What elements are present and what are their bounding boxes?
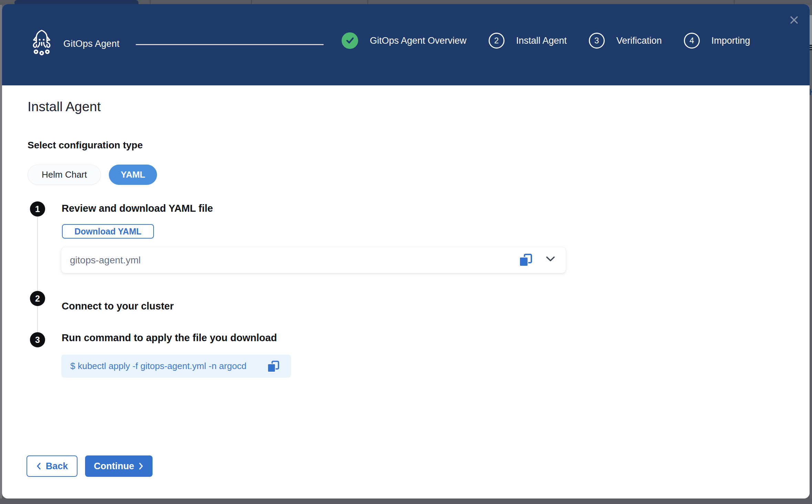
wizard-steps: GitOps Agent Overview 2 Install Agent 3 … [342, 32, 750, 49]
step-number-badge: 3 [589, 33, 605, 49]
step-1-title: Review and download YAML file [62, 203, 213, 214]
close-icon[interactable] [788, 14, 800, 26]
chevron-left-icon [36, 462, 41, 470]
gitops-agent-logo-icon [31, 28, 52, 59]
wizard-title: GitOps Agent [63, 39, 119, 49]
step-install-agent[interactable]: 2 Install Agent [489, 33, 567, 49]
screen: K GitOps Agent [0, 0, 812, 504]
yaml-file-name: gitops-agent.yml [70, 255, 140, 266]
gitops-agent-wizard-modal: GitOps Agent GitOps Agent Overview 2 Ins… [2, 4, 810, 498]
step-1-badge: 1 [30, 201, 45, 217]
step-2-badge: 2 [30, 291, 45, 306]
config-type-toggle: Helm Chart YAML [28, 165, 157, 185]
step-number-badge: 2 [489, 33, 504, 49]
step-label: Install Agent [516, 35, 567, 46]
yaml-pill[interactable]: YAML [109, 165, 157, 185]
step-2-title: Connect to your cluster [62, 301, 174, 312]
step-importing[interactable]: 4 Importing [684, 33, 750, 49]
config-type-label: Select configuration type [28, 140, 143, 151]
step-gitops-agent-overview[interactable]: GitOps Agent Overview [342, 32, 467, 49]
download-yaml-button[interactable]: Download YAML [62, 224, 154, 239]
helm-chart-pill[interactable]: Helm Chart [28, 165, 101, 185]
continue-button-label: Continue [94, 461, 134, 472]
step-3-title: Run command to apply the file you downlo… [62, 332, 277, 344]
yaml-file-expander[interactable]: gitops-agent.yml [61, 247, 566, 273]
tab-divider [150, 0, 150, 4]
step-label: Importing [711, 35, 750, 46]
kubectl-command-text: $ kubectl apply -f gitops-agent.yml -n a… [70, 361, 247, 371]
stepper-connector-line [37, 214, 38, 344]
continue-button[interactable]: Continue [85, 455, 153, 477]
header-divider [136, 44, 324, 45]
kubectl-command-box: $ kubectl apply -f gitops-agent.yml -n a… [61, 355, 291, 378]
copy-icon[interactable] [267, 361, 279, 374]
chevron-down-icon[interactable] [546, 256, 555, 262]
tab-divider [367, 0, 368, 4]
chevron-right-icon [139, 462, 144, 470]
step-number-badge: 4 [684, 33, 700, 49]
wizard-header: GitOps Agent GitOps Agent Overview 2 Ins… [2, 4, 810, 85]
step-label: GitOps Agent Overview [370, 35, 467, 46]
step-label: Verification [616, 35, 662, 46]
check-circle-icon [342, 32, 358, 49]
copy-icon[interactable] [519, 254, 532, 268]
back-button-label: Back [46, 461, 68, 472]
hamburger-menu-icon [810, 44, 812, 53]
step-verification[interactable]: 3 Verification [589, 33, 662, 49]
tab-divider [251, 0, 252, 4]
tab-divider [734, 0, 735, 4]
background-bottom-edge [0, 498, 812, 504]
page-title: Install Agent [28, 99, 101, 114]
background-right-edge: K [810, 5, 812, 498]
back-button[interactable]: Back [27, 455, 77, 477]
step-3-badge: 3 [30, 332, 45, 347]
